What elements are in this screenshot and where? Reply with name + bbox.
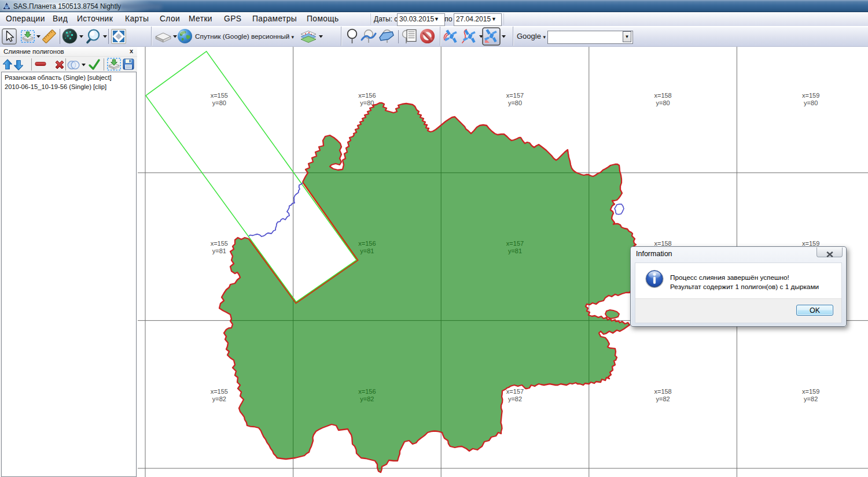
svg-text:x=159: x=159 <box>802 92 819 99</box>
svg-text:x=159: x=159 <box>802 388 819 395</box>
svg-text:y=80: y=80 <box>656 99 670 106</box>
svg-text:y=80: y=80 <box>212 99 226 106</box>
svg-text:x=155: x=155 <box>211 92 228 99</box>
svg-text:x=157: x=157 <box>506 92 524 99</box>
svg-text:x=155: x=155 <box>211 388 228 395</box>
svg-text:y=82: y=82 <box>212 395 226 402</box>
svg-text:x=156: x=156 <box>358 92 376 99</box>
svg-text:y=80: y=80 <box>360 99 374 106</box>
svg-text:y=82: y=82 <box>804 395 818 402</box>
svg-text:x=157: x=157 <box>506 388 524 395</box>
svg-text:y=81: y=81 <box>212 247 226 254</box>
svg-text:x=158: x=158 <box>654 92 671 99</box>
svg-text:x=155: x=155 <box>211 240 228 247</box>
svg-text:y=82: y=82 <box>508 395 522 402</box>
svg-text:y=80: y=80 <box>804 99 818 106</box>
svg-text:y=82: y=82 <box>656 395 670 402</box>
svg-text:x=158: x=158 <box>654 388 671 395</box>
svg-text:y=80: y=80 <box>508 99 522 106</box>
